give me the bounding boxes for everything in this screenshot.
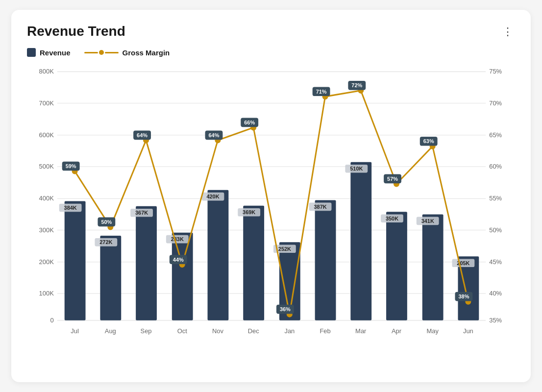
svg-text:38%: 38% (458, 294, 469, 299)
svg-text:Mar: Mar (355, 327, 367, 335)
svg-text:50%: 50% (101, 219, 112, 225)
legend-gross-margin-line (84, 50, 119, 55)
svg-text:350K: 350K (386, 216, 398, 221)
svg-text:44%: 44% (173, 257, 184, 263)
svg-text:71%: 71% (316, 89, 327, 95)
legend-revenue-box (27, 48, 36, 57)
svg-text:72%: 72% (351, 82, 362, 88)
bar-oct (172, 233, 193, 320)
chart-svg: .axis-text { font-family: -apple-system,… (27, 67, 515, 351)
svg-text:55%: 55% (489, 195, 502, 202)
svg-text:45%: 45% (489, 258, 502, 266)
svg-text:Jan: Jan (284, 327, 295, 335)
bar-aug (100, 236, 121, 320)
svg-text:65%: 65% (489, 131, 502, 139)
legend-dash-left (84, 52, 98, 53)
svg-text:Apr: Apr (392, 327, 402, 335)
svg-text:420K: 420K (206, 194, 219, 199)
legend-gross-margin-label: Gross Margin (123, 49, 170, 57)
legend-dash-right (105, 52, 119, 53)
legend-revenue-label: Revenue (40, 49, 71, 57)
svg-text:70%: 70% (489, 99, 502, 106)
svg-text:252K: 252K (278, 246, 291, 252)
gross-margin-line (75, 91, 468, 315)
svg-text:64%: 64% (137, 132, 148, 138)
bar-feb (315, 200, 336, 320)
svg-text:63%: 63% (423, 138, 434, 144)
bar-sep (136, 206, 157, 320)
svg-text:Feb: Feb (320, 327, 330, 335)
svg-text:700K: 700K (39, 99, 54, 106)
svg-text:500K: 500K (39, 163, 54, 170)
card-header: Revenue Trend ⋮ (27, 24, 515, 40)
svg-text:400K: 400K (39, 195, 54, 202)
bar-nov (208, 190, 229, 320)
svg-text:Oct: Oct (177, 327, 187, 335)
legend-gross-margin: Gross Margin (84, 49, 170, 57)
svg-text:64%: 64% (209, 132, 220, 138)
bar-may (422, 214, 443, 320)
svg-text:Dec: Dec (248, 327, 259, 335)
svg-text:40%: 40% (489, 290, 502, 297)
svg-text:100K: 100K (39, 290, 54, 297)
svg-text:59%: 59% (66, 163, 76, 169)
svg-text:Nov: Nov (212, 327, 223, 335)
svg-text:57%: 57% (387, 176, 398, 182)
svg-text:66%: 66% (244, 120, 255, 125)
bar-dec (243, 206, 264, 320)
bar-jul (65, 201, 86, 320)
svg-text:283K: 283K (171, 236, 184, 242)
svg-text:Jul: Jul (71, 327, 79, 335)
legend-dot (99, 50, 104, 55)
svg-text:369K: 369K (243, 209, 255, 215)
svg-text:Jun: Jun (463, 327, 473, 335)
svg-text:50%: 50% (489, 226, 502, 233)
svg-text:35%: 35% (489, 317, 502, 324)
svg-text:60%: 60% (489, 163, 502, 170)
legend-revenue: Revenue (27, 48, 71, 57)
chart-card: Revenue Trend ⋮ Revenue Gross Margin .ax… (11, 10, 531, 382)
menu-icon[interactable]: ⋮ (500, 24, 515, 40)
svg-text:May: May (426, 327, 439, 335)
chart-title: Revenue Trend (27, 24, 125, 39)
svg-text:341K: 341K (421, 218, 434, 224)
svg-text:384K: 384K (64, 205, 77, 211)
svg-text:800K: 800K (39, 68, 54, 75)
bar-mar (350, 162, 371, 320)
legend: Revenue Gross Margin (27, 48, 515, 57)
svg-text:367K: 367K (135, 210, 148, 216)
svg-text:200K: 200K (39, 258, 54, 266)
svg-text:510K: 510K (350, 166, 363, 172)
svg-text:75%: 75% (489, 68, 502, 75)
svg-text:36%: 36% (280, 306, 291, 312)
chart-area: .axis-text { font-family: -apple-system,… (27, 67, 515, 351)
bar-apr (386, 212, 407, 320)
svg-text:600K: 600K (39, 131, 54, 139)
svg-text:272K: 272K (99, 239, 112, 245)
svg-text:0: 0 (50, 317, 54, 324)
svg-text:387K: 387K (314, 204, 327, 210)
svg-text:Aug: Aug (105, 327, 116, 335)
svg-text:Sep: Sep (141, 327, 152, 335)
svg-text:300K: 300K (39, 226, 54, 233)
